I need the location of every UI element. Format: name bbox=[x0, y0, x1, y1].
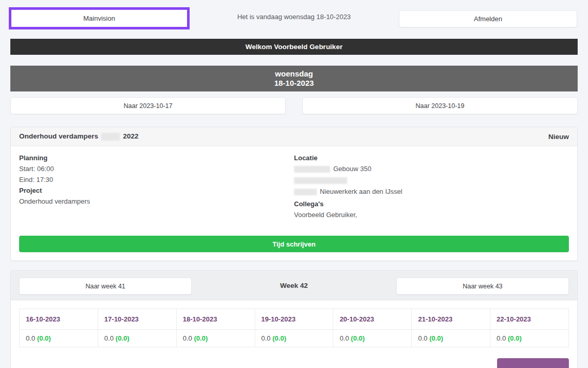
redacted-text bbox=[294, 189, 317, 195]
location-city: Nieuwerkerk aan den IJssel bbox=[320, 188, 403, 195]
hours-extra: (0.0) bbox=[351, 334, 365, 342]
day-navigation: Naar 2023-10-17 Naar 2023-10-19 bbox=[10, 97, 578, 114]
table-row: 0.0 (0.0) 0.0 (0.0) 0.0 (0.0) 0.0 (0.0) … bbox=[20, 330, 569, 347]
project-heading: Project bbox=[19, 187, 294, 194]
appointment-card-body: Planning Start: 06:00 Eind: 17:30 Projec… bbox=[11, 146, 577, 222]
planning-heading: Planning bbox=[19, 155, 294, 161]
current-week-label: Week 42 bbox=[280, 282, 308, 289]
colleagues-value: Voorbeeld Gebruiker, bbox=[294, 211, 569, 218]
hours-cell: 0.0 (0.0) bbox=[490, 330, 569, 347]
day-header-weekday: woensdag bbox=[275, 69, 313, 79]
date-column-header: 18-10-2023 bbox=[176, 309, 255, 330]
welcome-banner: Welkom Voorbeeld Gebruiker bbox=[10, 39, 578, 55]
logout-button-label: Afmelden bbox=[474, 15, 502, 23]
hours-cell: 0.0 (0.0) bbox=[255, 330, 333, 347]
weekly-hours-table: 16-10-2023 17-10-2023 18-10-2023 19-10-2… bbox=[19, 309, 569, 347]
redacted-text bbox=[294, 166, 330, 173]
top-bar: Mainvision Het is vandaag woensdag 18-10… bbox=[0, 0, 588, 39]
hours-cell: 0.0 (0.0) bbox=[98, 330, 176, 347]
hours-extra: (0.0) bbox=[37, 334, 51, 342]
hours-value: 0.0 bbox=[497, 334, 506, 342]
hours-extra: (0.0) bbox=[508, 334, 522, 342]
prev-day-label: Naar 2023-10-17 bbox=[123, 102, 173, 110]
hours-value: 0.0 bbox=[418, 334, 427, 342]
week-card: Naar week 41 Week 42 Naar week 43 16-10-… bbox=[10, 270, 578, 368]
hours-cell: 0.0 (0.0) bbox=[176, 330, 255, 347]
write-time-button[interactable]: Tijd schrijven bbox=[19, 236, 569, 252]
location-heading: Locatie bbox=[294, 155, 569, 161]
location-line-1: Gebouw 350 bbox=[294, 165, 569, 173]
prev-week-button[interactable]: Naar week 41 bbox=[19, 278, 192, 295]
planning-end: Eind: 17:30 bbox=[19, 176, 294, 183]
hours-extra: (0.0) bbox=[429, 334, 443, 342]
appointment-card: Onderhoud verdampers2022 Nieuw Planning … bbox=[10, 127, 578, 261]
next-day-button[interactable]: Naar 2023-10-19 bbox=[302, 97, 578, 114]
next-week-label: Naar week 43 bbox=[462, 283, 502, 290]
logout-button[interactable]: Afmelden bbox=[399, 10, 577, 27]
hours-extra: (0.0) bbox=[116, 334, 130, 342]
table-header-row: 16-10-2023 17-10-2023 18-10-2023 19-10-2… bbox=[20, 309, 569, 330]
hours-extra: (0.0) bbox=[194, 334, 208, 342]
date-column-header: 17-10-2023 bbox=[98, 309, 176, 330]
appointment-title: Onderhoud verdampers2022 bbox=[19, 132, 138, 141]
appointment-title-prefix: Onderhoud verdampers bbox=[19, 132, 98, 140]
planning-start: Start: 06:00 bbox=[19, 165, 294, 172]
hours-cell: 0.0 (0.0) bbox=[333, 330, 412, 347]
location-line-3: Nieuwerkerk aan den IJssel bbox=[294, 188, 569, 195]
colleagues-heading: Collega's bbox=[294, 201, 569, 207]
hours-cell: 0.0 (0.0) bbox=[412, 330, 490, 347]
hours-cell: 0.0 (0.0) bbox=[20, 330, 98, 347]
appointment-title-suffix: 2022 bbox=[123, 132, 138, 140]
hours-value: 0.0 bbox=[104, 334, 114, 342]
next-week-button[interactable]: Naar week 43 bbox=[396, 278, 569, 295]
date-column-header: 19-10-2023 bbox=[255, 309, 333, 330]
week-card-body: 16-10-2023 17-10-2023 18-10-2023 19-10-2… bbox=[11, 300, 577, 368]
prev-day-button[interactable]: Naar 2023-10-17 bbox=[10, 97, 286, 114]
week-card-header: Naar week 41 Week 42 Naar week 43 bbox=[11, 271, 577, 300]
hours-value: 0.0 bbox=[339, 334, 349, 342]
date-column-header: 22-10-2023 bbox=[490, 309, 569, 330]
welcome-text: Welkom Voorbeeld Gebruiker bbox=[245, 43, 343, 51]
location-line-2 bbox=[294, 177, 569, 184]
write-time-label: Tijd schrijven bbox=[272, 240, 316, 248]
redacted-text bbox=[294, 177, 347, 184]
appointment-card-header: Onderhoud verdampers2022 Nieuw bbox=[11, 127, 577, 146]
planning-column: Planning Start: 06:00 Eind: 17:30 Projec… bbox=[19, 155, 294, 222]
hours-value: 0.0 bbox=[26, 334, 35, 342]
hours-extra: (0.0) bbox=[272, 334, 286, 342]
date-column-header: 21-10-2023 bbox=[412, 309, 490, 330]
next-day-label: Naar 2023-10-19 bbox=[415, 102, 465, 110]
hours-value: 0.0 bbox=[261, 334, 271, 342]
day-header-date: 18-10-2023 bbox=[274, 79, 314, 88]
date-column-header: 20-10-2023 bbox=[333, 309, 412, 330]
redacted-text bbox=[101, 133, 120, 141]
hours-value: 0.0 bbox=[183, 334, 192, 342]
location-column: Locatie Gebouw 350 Nieuwerkerk aan den I… bbox=[294, 155, 569, 222]
date-column-header: 16-10-2023 bbox=[20, 309, 98, 330]
status-badge: Nieuw bbox=[548, 133, 569, 141]
location-building: Gebouw 350 bbox=[333, 165, 372, 173]
prev-week-label: Naar week 41 bbox=[85, 283, 125, 290]
day-header: woensdag 18-10-2023 bbox=[10, 66, 578, 91]
project-value: Onderhoud verdampers bbox=[19, 198, 294, 205]
week-action-button[interactable] bbox=[497, 358, 569, 368]
